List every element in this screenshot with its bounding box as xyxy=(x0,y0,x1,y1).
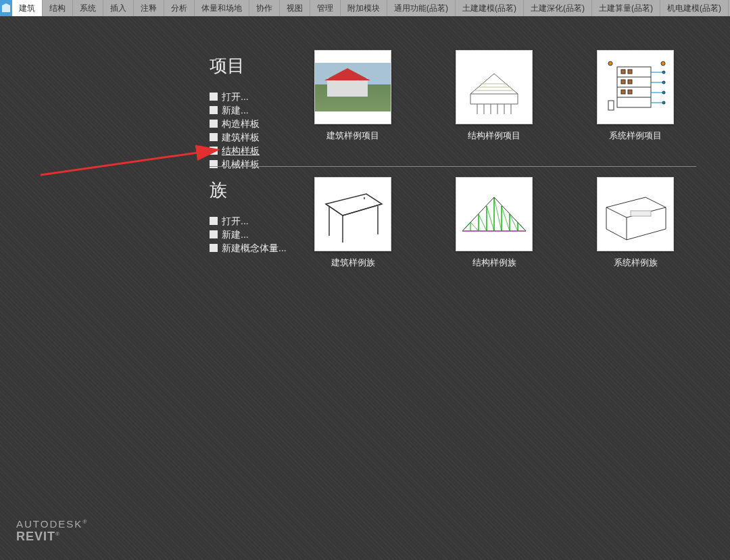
svg-rect-26 xyxy=(608,101,614,110)
ribbon-tab[interactable]: 土建深化(品茗) xyxy=(524,0,592,16)
thumbnail-image xyxy=(456,50,533,124)
start-page: 项目 打开...新建...构造样板建筑样板结构样板机械样板 建筑样例项目结构样例… xyxy=(0,16,730,560)
ribbon-tab[interactable]: 视图 xyxy=(280,0,310,16)
project-link[interactable]: 新建... xyxy=(210,103,260,117)
project-link[interactable]: 建筑样板 xyxy=(210,130,260,144)
project-link[interactable]: 构造样板 xyxy=(210,117,260,130)
thumbnail-label: 结构样例族 xyxy=(472,257,516,269)
project-thumbnail[interactable]: 结构样例项目 xyxy=(456,50,533,142)
thumbnail-image xyxy=(456,177,533,251)
thumbnail-label: 结构样例项目 xyxy=(468,130,520,142)
ribbon-tab[interactable]: 通用功能(品茗) xyxy=(387,0,456,16)
families-section: 族 打开...新建...新建概念体量... xyxy=(210,178,287,261)
thumbnail-image xyxy=(314,177,391,251)
ribbon-tab[interactable]: 建筑 xyxy=(12,0,43,16)
svg-point-17 xyxy=(662,91,665,94)
ribbon-tab[interactable]: 附加模块 xyxy=(341,0,387,16)
section-divider xyxy=(210,166,696,167)
file-icon xyxy=(210,106,218,114)
projects-section: 项目 打开...新建...构造样板建筑样板结构样板机械样板 xyxy=(210,54,260,178)
ribbon-tab[interactable]: 管理 xyxy=(310,0,341,16)
file-icon xyxy=(210,93,218,101)
families-title: 族 xyxy=(210,178,287,202)
ribbon-tab[interactable]: 插入 xyxy=(103,0,134,16)
thumbnail-label: 建筑样例项目 xyxy=(326,130,379,142)
ribbon-tab[interactable]: 系统 xyxy=(73,0,103,16)
svg-point-10 xyxy=(608,61,612,66)
ribbon-tab[interactable]: 体量和场地 xyxy=(195,0,249,16)
ribbon-tab[interactable]: 机电建模(品茗) xyxy=(660,0,729,16)
thumbnail-label: 系统样例族 xyxy=(614,257,658,269)
thumbnail-image xyxy=(597,177,674,251)
family-link[interactable]: 打开... xyxy=(210,214,287,228)
svg-point-11 xyxy=(661,61,665,66)
thumbnail-label: 建筑样例族 xyxy=(331,257,375,269)
file-icon xyxy=(210,147,218,155)
svg-point-15 xyxy=(662,81,665,84)
file-icon xyxy=(210,120,218,128)
svg-point-13 xyxy=(662,71,665,74)
autodesk-revit-logo: AUTODESK® REVIT® xyxy=(16,518,88,544)
svg-rect-25 xyxy=(628,90,632,94)
ribbon-tab[interactable]: 分析 xyxy=(164,0,195,16)
svg-rect-40 xyxy=(631,211,651,216)
file-icon xyxy=(210,230,218,238)
thumbnail-label: 系统样例项目 xyxy=(609,130,662,142)
project-thumbnail[interactable]: 建筑样例项目 xyxy=(314,50,391,142)
project-link[interactable]: 机械样板 xyxy=(210,157,260,171)
svg-rect-21 xyxy=(628,70,632,74)
svg-rect-23 xyxy=(628,80,632,84)
svg-point-19 xyxy=(662,101,665,104)
ribbon-tab-bar: 建筑结构系统插入注释分析体量和场地协作视图管理附加模块通用功能(品茗)土建建模(… xyxy=(0,0,730,16)
project-link[interactable]: 打开... xyxy=(210,90,260,103)
project-link[interactable]: 结构样板 xyxy=(210,144,260,157)
project-thumbnail[interactable]: 系统样例项目 xyxy=(597,50,674,142)
file-icon xyxy=(210,160,218,168)
ribbon-tab[interactable]: 注释 xyxy=(134,0,164,16)
annotation-arrow-icon xyxy=(34,111,237,178)
ribbon-tab[interactable]: 协作 xyxy=(249,0,280,16)
svg-rect-24 xyxy=(621,90,625,94)
thumbnail-image xyxy=(597,50,674,124)
projects-title: 项目 xyxy=(210,54,260,78)
svg-line-41 xyxy=(41,150,216,175)
svg-rect-20 xyxy=(621,70,625,74)
family-link[interactable]: 新建... xyxy=(210,228,287,241)
family-link[interactable]: 新建概念体量... xyxy=(210,241,287,255)
app-icon[interactable] xyxy=(0,0,12,16)
svg-rect-22 xyxy=(621,80,625,84)
file-icon xyxy=(210,244,218,252)
file-icon xyxy=(210,217,218,225)
family-thumbnail[interactable]: 系统样例族 xyxy=(597,177,674,269)
ribbon-tab[interactable]: 土建建模(品茗) xyxy=(456,0,524,16)
file-icon xyxy=(210,133,218,141)
family-thumbnail[interactable]: 结构样例族 xyxy=(456,177,533,269)
family-thumbnail[interactable]: 建筑样例族 xyxy=(314,177,391,269)
ribbon-tab[interactable]: 土建算量(品茗) xyxy=(592,0,660,16)
ribbon-tab[interactable]: 结构 xyxy=(43,0,73,16)
thumbnail-image xyxy=(314,50,391,124)
